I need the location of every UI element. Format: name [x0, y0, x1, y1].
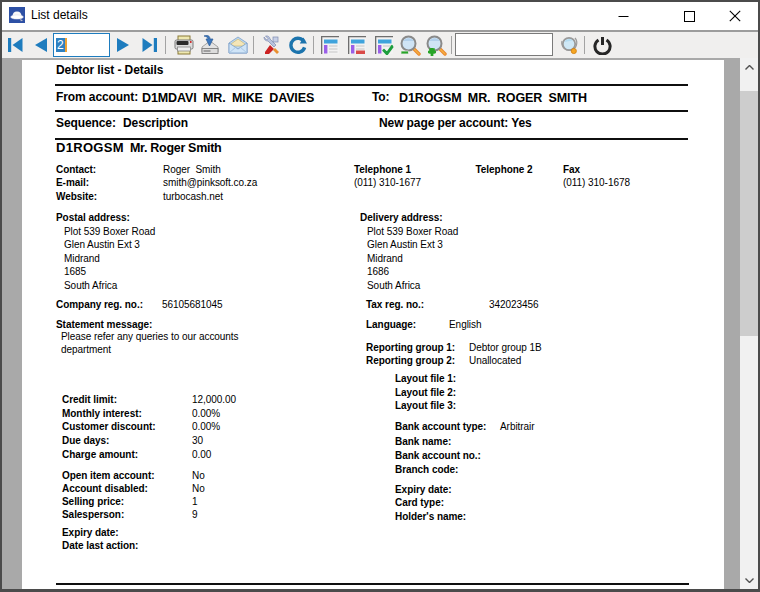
bank-name-label: Bank name: — [395, 436, 451, 448]
selling-price-value: 1 — [192, 496, 198, 508]
page-outline-edit-icon — [348, 36, 367, 55]
postal-address-label: Postal address: — [56, 212, 130, 224]
toolbar-separator — [584, 36, 585, 54]
print-icon — [174, 35, 194, 55]
from-account-value: D1MDAVI MR. MIKE DAVIES — [142, 91, 314, 105]
layout-file2-label: Layout file 2: — [395, 387, 456, 399]
vertical-scrollbar[interactable] — [740, 58, 758, 589]
export-icon — [200, 35, 220, 55]
zoom-in-icon — [426, 35, 447, 56]
preview-area: Debtor list - Details From account: D1MD… — [2, 58, 758, 589]
tax-reg-value: 342023456 — [489, 299, 539, 311]
horizontal-rule — [55, 84, 688, 86]
zoom-in-button[interactable] — [425, 32, 448, 58]
to-account-value: D1ROGSM MR. ROGER SMITH — [399, 91, 587, 105]
last-page-button[interactable] — [138, 32, 160, 58]
customer-discount-value: 0.00% — [192, 421, 220, 433]
refresh-icon — [288, 36, 307, 55]
reporting-group2-value: Unallocated — [469, 355, 521, 367]
page-outline-edit-button[interactable] — [346, 32, 368, 58]
layout-file3-label: Layout file 3: — [395, 400, 456, 412]
scroll-up-button[interactable] — [740, 58, 758, 76]
monthly-interest-value: 0.00% — [192, 408, 220, 420]
scroll-down-icon — [745, 578, 754, 583]
page-outline-button[interactable] — [319, 32, 341, 58]
text-caret — [65, 38, 67, 52]
salesperson-value: 9 — [192, 509, 198, 521]
language-label: Language: — [366, 319, 416, 331]
zoom-out-button[interactable] — [399, 32, 422, 58]
card-type-label: Card type: — [395, 497, 444, 509]
delivery-address-line: 1686 — [367, 266, 389, 278]
website-value: turbocash.net — [163, 191, 223, 203]
scroll-down-button[interactable] — [740, 571, 758, 589]
fax-label: Fax — [563, 164, 580, 176]
maximize-button[interactable] — [666, 2, 712, 30]
toolbar: 2 — [2, 32, 758, 60]
newpage-text: New page per account: Yes — [379, 117, 532, 131]
postal-address-line: Midrand — [64, 253, 100, 265]
open-item-value: No — [192, 470, 205, 482]
from-account-label: From account: — [56, 91, 138, 105]
page-outline-check-button[interactable] — [373, 32, 395, 58]
close-button[interactable] — [712, 2, 758, 30]
company-reg-value: 56105681045 — [162, 299, 223, 311]
search-input[interactable] — [455, 33, 553, 56]
close-icon — [729, 10, 741, 22]
charge-amount-value: 0.00 — [192, 449, 211, 461]
settings-button[interactable] — [260, 32, 284, 58]
credit-limit-value: 12,000.00 — [192, 394, 236, 406]
next-page-button[interactable] — [112, 32, 134, 58]
list-details-window: List details 2 — [0, 0, 760, 592]
export-button[interactable] — [198, 32, 221, 58]
postal-address-line: Glen Austin Ext 3 — [64, 239, 140, 251]
due-days-value: 30 — [192, 435, 203, 447]
expiry-date-label: Expiry date: — [62, 527, 119, 539]
report-title: Debtor list - Details — [56, 64, 163, 78]
account-name: Mr. Roger Smith — [130, 141, 221, 155]
page-outline-icon — [321, 36, 340, 55]
contact-label: Contact: — [56, 164, 96, 176]
first-page-button[interactable] — [4, 32, 26, 58]
delivery-address-label: Delivery address: — [360, 212, 443, 224]
due-days-label: Due days: — [62, 435, 109, 447]
email-button[interactable] — [226, 32, 249, 58]
settings-icon — [262, 35, 282, 55]
report-page: Debtor list - Details From account: D1MD… — [22, 60, 724, 590]
horizontal-rule — [55, 110, 688, 112]
bank-account-no-label: Bank account no.: — [395, 450, 481, 462]
credit-limit-label: Credit limit: — [62, 394, 117, 406]
delivery-address-line: Midrand — [367, 253, 403, 265]
page-number-input[interactable]: 2 — [53, 33, 110, 57]
salesperson-label: Salesperson: — [62, 509, 124, 521]
toolbar-separator — [451, 36, 452, 54]
statement-message-line: department — [61, 344, 111, 356]
previous-page-button[interactable] — [30, 32, 52, 58]
email-label: E-mail: — [56, 177, 89, 189]
minimize-button[interactable] — [600, 2, 646, 30]
reporting-group1-value: Debtor group 1B — [469, 342, 542, 354]
horizontal-rule — [56, 583, 689, 585]
account-disabled-label: Account disabled: — [62, 483, 148, 495]
zoom-out-icon — [400, 35, 421, 56]
company-reg-label: Company reg. no.: — [56, 299, 143, 311]
close-preview-button[interactable] — [590, 32, 614, 58]
toolbar-separator — [165, 36, 166, 54]
find-button[interactable] — [558, 32, 581, 58]
postal-address-line: South Africa — [64, 280, 117, 292]
last-page-icon — [142, 38, 157, 52]
close-preview-icon — [593, 36, 612, 55]
maximize-icon — [684, 11, 695, 22]
to-account-label: To: — [372, 91, 389, 105]
tax-reg-label: Tax reg. no.: — [366, 299, 424, 311]
print-button[interactable] — [172, 32, 195, 58]
customer-discount-label: Customer discount: — [62, 421, 156, 433]
sequence-label: Sequence: — [56, 117, 116, 131]
bank-account-type-value: Arbitrair — [500, 421, 535, 433]
window-title: List details — [31, 8, 88, 22]
title-bar: List details — [2, 2, 758, 32]
refresh-button[interactable] — [285, 32, 309, 58]
reporting-group1-label: Reporting group 1: — [366, 342, 455, 354]
scrollbar-thumb[interactable] — [740, 91, 758, 336]
account-code: D1ROGSM — [56, 141, 124, 156]
